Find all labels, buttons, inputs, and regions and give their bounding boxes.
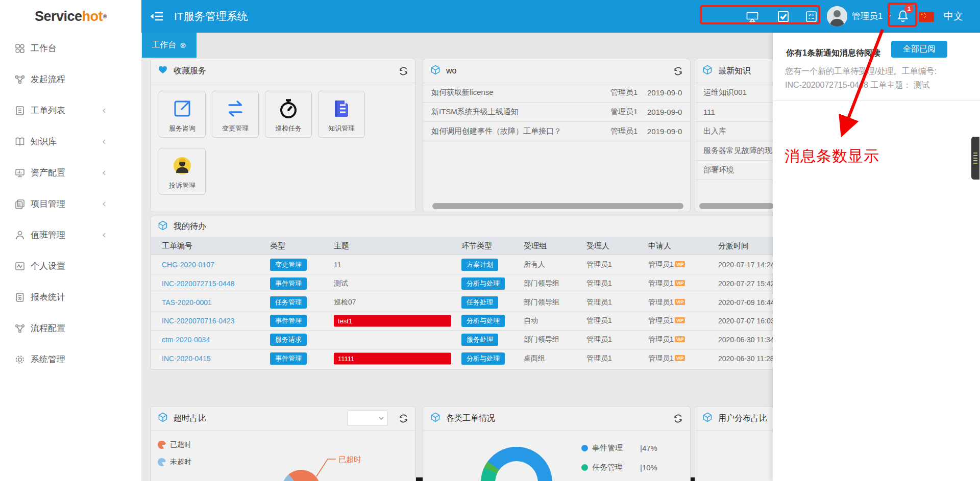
chevron-left-icon: [101, 169, 108, 176]
table-header-row: 工单编号 类型 主题 环节类型 受理组 受理人 申请人 分派时间: [151, 237, 775, 255]
tab-label: 工作台: [152, 40, 176, 50]
stage-badge: 服务处理: [461, 334, 498, 346]
subject-text: 11: [334, 261, 341, 269]
notification-body: 您有一个新的工单待受理/处理。工单编号: INC-2020072715-0448…: [785, 64, 964, 92]
ticket-link[interactable]: CHG-2020-0107: [162, 261, 214, 269]
menu-collapse-icon[interactable]: [151, 10, 165, 24]
caret-down-icon[interactable]: ▾: [888, 0, 891, 33]
sidebar-item-start-process[interactable]: 发起流程: [0, 64, 141, 95]
table-row: TAS-2020-0001 任务管理 巡检07 任务处理 部门领导组 管理员1 …: [151, 293, 775, 312]
order-types-donut-chart: [481, 447, 552, 481]
wo-title-link[interactable]: 如何调用创建事件（故障）工单接口？: [431, 126, 610, 136]
col-header: 类型: [270, 241, 285, 250]
assignee-text: 管理员1: [586, 316, 612, 325]
table-row: INC-2020-0415 事件管理 11111 分析与处理 桌面组 管理员1 …: [151, 349, 775, 368]
sidebar-item-process-config[interactable]: 流程配置: [0, 313, 141, 344]
china-flag-icon[interactable]: [919, 12, 934, 24]
stage-badge: 任务处理: [461, 296, 498, 309]
cube-icon: [430, 65, 440, 77]
ticket-link[interactable]: INC-2020070716-0423: [162, 317, 234, 325]
sidebar-item-workbench[interactable]: 工作台: [0, 33, 141, 64]
type-badge: 事件管理: [270, 277, 307, 290]
flow-icon: [14, 74, 26, 85]
assignee-text: 管理员1: [586, 260, 612, 269]
applicant-text: 管理员1VIP: [648, 298, 685, 307]
sidebar-item-ticket-list[interactable]: 工单列表: [0, 95, 141, 126]
horizontal-scrollbar[interactable]: [432, 203, 683, 209]
sidebar-item-duty-mgmt[interactable]: 值班管理: [0, 219, 141, 250]
sidebar-item-report-stats[interactable]: 报表统计: [0, 282, 141, 313]
refresh-icon[interactable]: [673, 66, 683, 76]
external-link-icon: [171, 97, 193, 122]
type-badge: 服务请求: [270, 334, 307, 346]
ticket-link[interactable]: TAS-2020-0001: [162, 298, 212, 307]
applicant-text: 管理员1VIP: [648, 279, 685, 288]
wo-date: 2019-09-0: [647, 108, 682, 116]
dispatch-time: 2020-06-30 11:34: [718, 336, 774, 344]
user-avatar[interactable]: [827, 6, 847, 27]
tile-change-mgmt[interactable]: 变更管理: [212, 91, 259, 138]
ticket-link[interactable]: ctm-2020-0034: [162, 336, 210, 344]
tab-close-icon[interactable]: ⊗: [180, 41, 186, 50]
chevron-left-icon: [101, 200, 108, 208]
horizontal-scrollbar[interactable]: [699, 203, 773, 209]
group-text: 部门领导组: [524, 298, 559, 307]
wo-title-link[interactable]: 新ITSM系统升级上线通知: [431, 107, 610, 117]
sidebar-item-system-mgmt[interactable]: 系统管理: [0, 344, 141, 375]
dispatch-time: 2020-07-09 16:44: [718, 298, 775, 307]
language-switch[interactable]: 中文: [944, 0, 963, 33]
tile-complaint-mgmt[interactable]: 投诉管理: [159, 148, 206, 195]
assignee-text: 管理员1: [586, 279, 612, 288]
brand-name-dark: Service: [35, 9, 82, 24]
wo-row[interactable]: 如何获取新license 管理员1 2019-09-0: [423, 83, 690, 103]
wo-row[interactable]: 如何调用创建事件（故障）工单接口？ 管理员1 2019-09-0: [423, 122, 690, 141]
panel-title: 各类工单情况: [446, 413, 495, 424]
col-header: 受理人: [586, 241, 609, 250]
dispatch-time: 2020-07-17 14:24: [718, 261, 775, 269]
notification-count-badge: 1: [904, 4, 914, 13]
wo-row[interactable]: 新ITSM系统升级上线通知 管理员1 2019-09-0: [423, 103, 690, 122]
sidebar-item-knowledge-base[interactable]: 知识库: [0, 126, 141, 157]
tile-service-consult[interactable]: 服务咨询: [159, 91, 206, 138]
heart-icon: [158, 65, 168, 77]
floating-side-widget[interactable]: [971, 137, 979, 180]
tile-knowledge-mgmt[interactable]: 知识管理: [318, 91, 365, 138]
refresh-icon[interactable]: [673, 414, 683, 423]
applicant-text: 管理员1VIP: [648, 316, 685, 325]
type-badge: 变更管理: [270, 259, 307, 271]
legend-label: 事件管理: [592, 443, 623, 453]
favorites-header: 收藏服务: [151, 59, 415, 83]
stage-badge: 分析与处理: [461, 315, 505, 327]
sidebar-item-personal-settings[interactable]: 个人设置: [0, 250, 141, 282]
assignee-text: 管理员1: [586, 298, 612, 307]
assignee-text: 管理员1: [586, 354, 612, 363]
tile-inspection-task[interactable]: 巡检任务: [265, 91, 312, 138]
chart-box-icon: [14, 261, 26, 272]
tab-workbench[interactable]: 工作台 ⊗: [141, 33, 197, 58]
filter-select[interactable]: [347, 411, 388, 426]
check-square-icon[interactable]: [777, 10, 790, 25]
username[interactable]: 管理员1: [852, 0, 883, 33]
screen-share-icon[interactable]: [746, 10, 759, 26]
wo-title-link[interactable]: 如何获取新license: [431, 88, 610, 97]
ticket-link[interactable]: INC-2020-0415: [162, 355, 211, 363]
tile-label: 投诉管理: [169, 181, 195, 190]
legend-item: 已超时: [158, 440, 191, 449]
table-row: INC-2020070716-0423 事件管理 test1 分析与处理 自动 …: [151, 312, 775, 331]
vip-badge: VIP: [675, 317, 685, 323]
topbar: IT服务管理系统 管理员1 ▾ 1 中文: [141, 0, 980, 33]
task-list-icon[interactable]: [805, 10, 818, 25]
refresh-icon[interactable]: [399, 66, 408, 76]
group-text: 自动: [524, 316, 538, 325]
dispatch-time: 2020-06-30 11:28: [718, 355, 774, 363]
col-header: 分派时间: [718, 241, 749, 250]
wo-panel: wo 如何获取新license 管理员1 2019-09-0 新ITSM系统升级…: [423, 59, 691, 212]
sidebar-item-label: 系统管理: [31, 353, 65, 365]
mark-all-read-button[interactable]: 全部已阅: [891, 41, 947, 58]
brand-name-accent: hot: [82, 9, 103, 24]
sidebar-item-asset-config[interactable]: 资产配置: [0, 157, 141, 188]
ticket-link[interactable]: INC-2020072715-0448: [162, 280, 234, 288]
legend-label: 任务管理: [592, 463, 623, 472]
refresh-icon[interactable]: [399, 414, 408, 423]
sidebar-item-project-mgmt[interactable]: 项目管理: [0, 188, 141, 219]
